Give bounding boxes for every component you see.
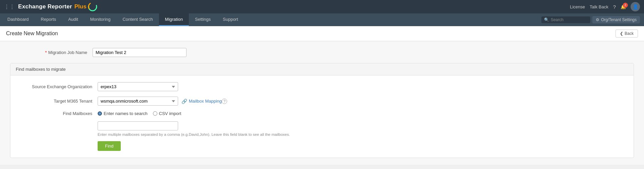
mailbox-mapping-link[interactable]: 🔗 Mailbox Mapping <box>181 99 222 104</box>
job-name-label: *Migration Job Name <box>13 50 87 55</box>
search-input[interactable] <box>551 17 588 22</box>
brand-name: Exchange Reporter <box>18 3 72 10</box>
talkback-link[interactable]: Talk Back <box>590 4 608 9</box>
hint-text: Enter multiple mailboxes separated by a … <box>98 132 626 136</box>
main-content: *Migration Job Name Find mailboxes to mi… <box>0 41 644 165</box>
back-button[interactable]: ❮ Back <box>615 30 638 38</box>
source-org-row: Source Exchange Organization erpex13 <box>18 82 626 91</box>
navbar-items: Dashboard Reports Audit Monitoring Conte… <box>1 13 244 26</box>
radio-csv-label: CSV import <box>159 111 181 116</box>
mailbox-section-header: Find mailboxes to migrate <box>10 63 634 75</box>
org-settings-button[interactable]: ⚙ Org/Tenant Settings <box>592 16 640 23</box>
topbar-right: License Talk Back ? 🔔 2 👤 <box>570 2 640 11</box>
nav-settings[interactable]: Settings <box>189 13 217 26</box>
mailbox-search-input[interactable] <box>98 121 178 130</box>
license-link[interactable]: License <box>570 4 585 9</box>
page-title: Create New Migration <box>6 31 58 37</box>
nav-dashboard[interactable]: Dashboard <box>1 13 35 26</box>
navbar: Dashboard Reports Audit Monitoring Conte… <box>0 13 644 26</box>
radio-csv-input[interactable] <box>153 111 157 116</box>
settings-label: Org/Tenant Settings <box>601 17 637 22</box>
find-mailboxes-radio-group: Enter names to search CSV import <box>98 111 181 116</box>
job-name-row: *Migration Job Name <box>10 48 634 57</box>
link-icon: 🔗 <box>181 99 187 104</box>
gear-icon: ⚙ <box>596 17 599 22</box>
source-org-label: Source Exchange Organization <box>18 84 92 89</box>
avatar-icon: 👤 <box>633 4 638 9</box>
nav-audit[interactable]: Audit <box>62 13 84 26</box>
navbar-right: 🔍 ⚙ Org/Tenant Settings <box>541 16 644 23</box>
find-mailboxes-label: Find Mailboxes <box>18 111 92 116</box>
find-button[interactable]: Find <box>98 141 121 151</box>
radio-enter-names-input[interactable] <box>98 111 102 116</box>
mailbox-mapping-help-icon[interactable]: ? <box>222 99 227 104</box>
required-star: * <box>45 50 47 55</box>
source-org-select[interactable]: erpex13 <box>98 82 178 91</box>
target-tenant-label: Target M365 Tenant <box>18 99 92 104</box>
search-field-row <box>18 121 626 130</box>
nav-content-search[interactable]: Content Search <box>116 13 159 26</box>
nav-reports[interactable]: Reports <box>35 13 62 26</box>
brand-plus: Plus <box>73 3 87 10</box>
find-mailboxes-row: Find Mailboxes Enter names to search CSV… <box>18 111 626 116</box>
search-icon: 🔍 <box>544 17 549 22</box>
radio-enter-names[interactable]: Enter names to search <box>98 111 148 116</box>
brand: Exchange Reporter Plus <box>18 2 97 11</box>
target-tenant-row: Target M365 Tenant wsmqa.onmicrosoft.com… <box>18 97 626 106</box>
notification-bell[interactable]: 🔔 2 <box>621 4 626 9</box>
brand-logo-icon <box>88 2 97 11</box>
target-tenant-select[interactable]: wsmqa.onmicrosoft.com <box>98 97 178 106</box>
topbar-left: ⋮⋮ Exchange Reporter Plus <box>4 2 97 11</box>
job-name-input[interactable] <box>93 48 186 57</box>
search-wrap: 🔍 <box>541 16 590 23</box>
mailbox-mapping-label: Mailbox Mapping <box>189 99 222 104</box>
mailbox-section: Find mailboxes to migrate Source Exchang… <box>10 63 634 158</box>
radio-enter-names-label: Enter names to search <box>104 111 148 116</box>
nav-migration[interactable]: Migration <box>159 13 189 26</box>
grid-icon[interactable]: ⋮⋮ <box>4 4 15 10</box>
help-button[interactable]: ? <box>613 4 616 10</box>
radio-csv-import[interactable]: CSV import <box>153 111 181 116</box>
notification-badge: 2 <box>623 3 628 8</box>
nav-support[interactable]: Support <box>217 13 244 26</box>
avatar-button[interactable]: 👤 <box>631 2 640 11</box>
back-label: Back <box>625 31 634 36</box>
topbar: ⋮⋮ Exchange Reporter Plus License Talk B… <box>0 0 644 13</box>
page-header: Create New Migration ❮ Back <box>0 26 644 41</box>
chevron-left-icon: ❮ <box>620 31 623 36</box>
nav-monitoring[interactable]: Monitoring <box>84 13 117 26</box>
mailbox-form: Source Exchange Organization erpex13 Tar… <box>10 75 634 158</box>
